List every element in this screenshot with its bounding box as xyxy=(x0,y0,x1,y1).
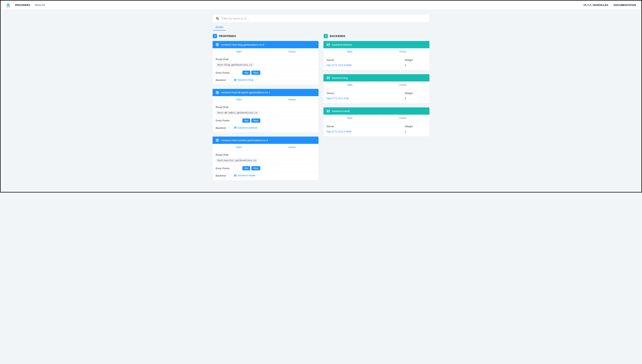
svg-point-27 xyxy=(235,175,235,175)
tab-main[interactable]: Main xyxy=(213,48,266,55)
svg-point-13 xyxy=(235,79,235,80)
svg-point-5 xyxy=(9,4,9,4)
backend-name: backend-adminer xyxy=(332,43,352,46)
backend-name: backend-traefik xyxy=(332,110,350,112)
tab-details[interactable]: Details xyxy=(266,96,319,103)
backends-column: 3 BACKENDS backend-adminer Main Details … xyxy=(323,34,430,184)
weight-header: Weight xyxy=(405,92,413,94)
svg-point-32 xyxy=(327,45,328,46)
weight-header: Weight xyxy=(405,125,413,128)
entry-point-tag: https xyxy=(251,118,260,123)
svg-point-40 xyxy=(327,112,328,112)
svg-point-28 xyxy=(235,176,235,176)
globe-icon xyxy=(216,91,219,94)
frontend-card: frontend-Host-monitor-getdonations-co-2 … xyxy=(212,136,319,180)
svg-line-7 xyxy=(218,19,219,20)
backend-name: backend-blog xyxy=(332,76,348,79)
svg-point-21 xyxy=(235,128,235,128)
backends-count-badge: 3 xyxy=(324,34,328,38)
nav-documentation[interactable]: DOCUMENTATION xyxy=(613,4,636,6)
svg-point-4 xyxy=(8,4,8,4)
tab-details[interactable]: Details xyxy=(377,115,429,121)
server-icon xyxy=(234,78,237,81)
server-icon xyxy=(327,109,330,113)
backend-link[interactable]: backend-adminer xyxy=(234,126,258,129)
server-url[interactable]: http://172.18.0.3:8080 xyxy=(327,64,352,66)
backend-card-header: backend-adminer xyxy=(323,41,429,48)
route-rule-label: Route Rule xyxy=(213,56,319,61)
route-rule-value: Host:monitor.getdonations.co xyxy=(216,158,258,162)
server-weight: 1 xyxy=(405,64,406,66)
svg-point-20 xyxy=(235,127,235,128)
server-header: Server xyxy=(327,58,405,62)
search-input[interactable] xyxy=(222,17,426,20)
svg-rect-37 xyxy=(327,110,330,111)
frontend-card: frontend-Host-db-admin-getdonations-co-1… xyxy=(212,89,319,133)
search-box xyxy=(212,14,430,22)
backend-label: Backend xyxy=(216,174,234,177)
backend-card-header: backend-blog xyxy=(323,74,429,82)
backend-card: backend-adminer Main Details Server Weig… xyxy=(323,41,430,70)
topbar: træfik PROVIDERS HEALTH V1.7.2 / MAROILL… xyxy=(1,0,641,10)
tab-main[interactable]: Main xyxy=(323,82,377,88)
svg-point-31 xyxy=(327,44,328,44)
logo: træfik xyxy=(6,3,11,8)
tab-main[interactable]: Main xyxy=(213,144,266,150)
server-icon xyxy=(327,76,330,80)
svg-rect-38 xyxy=(327,111,330,112)
svg-point-39 xyxy=(327,110,328,111)
entry-point-tag: http xyxy=(242,70,250,75)
tab-details[interactable]: Details xyxy=(377,82,429,88)
svg-rect-30 xyxy=(327,45,330,46)
frontend-name: frontend-Host-blog-getdonations-co-0 xyxy=(221,43,264,46)
entry-point-tag: https xyxy=(251,70,260,75)
backend-card: backend-blog Main Details Server Weight … xyxy=(323,74,430,104)
server-weight: 1 xyxy=(405,97,406,100)
tab-details[interactable]: Details xyxy=(377,48,429,55)
nav-version[interactable]: V1.7.2 / MAROILLES xyxy=(583,4,608,6)
frontends-count-badge: 3 xyxy=(213,34,217,38)
backend-label: Backend xyxy=(216,126,234,129)
frontend-card-header: frontend-Host-db-admin-getdonations-co-1 xyxy=(213,89,319,96)
frontend-name: frontend-Host-monitor-getdonations-co-2 xyxy=(221,139,268,142)
provider-tabs: docker xyxy=(212,24,430,30)
svg-rect-34 xyxy=(327,78,330,79)
backends-title: BACKENDS xyxy=(330,34,345,38)
frontends-column: 3 FRONTENDS frontend-Host-blog-getdonati… xyxy=(212,34,319,184)
entry-point-tag: http xyxy=(242,166,250,170)
frontend-name: frontend-Host-db-admin-getdonations-co-1 xyxy=(221,91,270,94)
server-url[interactable]: http://172.18.0.4:80 xyxy=(327,97,349,100)
backend-label: Backend xyxy=(216,78,234,82)
logo-text: træfik xyxy=(7,6,10,8)
server-url[interactable]: http://172.18.0.2:8080 xyxy=(327,130,352,133)
entry-points-label: Entry Points xyxy=(216,119,242,122)
frontend-card-header: frontend-Host-blog-getdonations-co-0 xyxy=(213,41,319,48)
route-rule-label: Route Rule xyxy=(213,152,319,157)
traefik-logo-icon xyxy=(6,3,10,6)
svg-rect-1 xyxy=(7,4,9,5)
tab-main[interactable]: Main xyxy=(213,96,266,103)
provider-tab-docker[interactable]: docker xyxy=(213,24,226,30)
route-rule-label: Route Rule xyxy=(213,104,319,109)
nav-providers[interactable]: PROVIDERS xyxy=(15,4,30,6)
svg-point-14 xyxy=(235,80,235,80)
backend-card-header: backend-traefik xyxy=(323,108,429,115)
tab-main[interactable]: Main xyxy=(323,48,377,55)
svg-rect-33 xyxy=(327,77,330,78)
backend-link[interactable]: backend-blog xyxy=(234,78,253,81)
server-icon xyxy=(327,43,330,46)
server-icon xyxy=(234,126,237,129)
server-weight: 1 xyxy=(405,130,406,133)
backend-link[interactable]: backend-traefik xyxy=(234,174,255,177)
globe-icon xyxy=(216,43,219,46)
entry-points-label: Entry Points xyxy=(216,167,242,170)
weight-header: Weight xyxy=(405,58,413,62)
tab-main[interactable]: Main xyxy=(323,115,377,121)
tab-details[interactable]: Details xyxy=(266,144,319,150)
nav-health[interactable]: HEALTH xyxy=(35,4,45,6)
tab-details[interactable]: Details xyxy=(266,48,319,55)
frontend-card-header: frontend-Host-monitor-getdonations-co-2 xyxy=(213,136,319,144)
entry-points-label: Entry Points xyxy=(216,71,242,74)
server-icon xyxy=(234,174,237,177)
entry-point-tag: https xyxy=(251,166,260,170)
